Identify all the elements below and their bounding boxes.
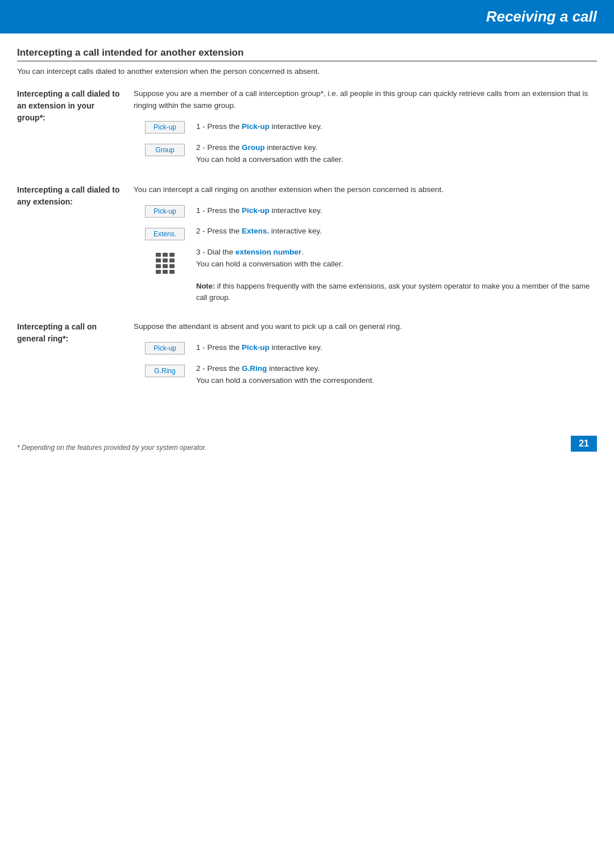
section-title: Intercepting a call intended for another…	[17, 47, 597, 61]
buttons-col-3: Pick-up G.Ring	[134, 341, 196, 387]
gring-button[interactable]: G.Ring	[145, 365, 185, 377]
steps-area-2: Pick-up Extens. 1 - Press the	[134, 204, 597, 303]
pickup-button-1[interactable]: Pick-up	[145, 121, 185, 133]
step-2-1: 1 - Press the Pick-up interactive key.	[196, 204, 597, 217]
block-label-3: Intercepting a call on general ring*:	[17, 321, 134, 387]
section-intro: You can intercept calls dialed to anothe…	[17, 67, 597, 76]
steps-col-1: 1 - Press the Pick-up interactive key. 2…	[196, 120, 597, 166]
block-any-extension: Intercepting a call dialed to any extens…	[17, 184, 597, 303]
page-title: Receiving a call	[486, 8, 597, 25]
group-button-1[interactable]: Group	[145, 144, 185, 156]
block-label-1: Intercepting a call dialed to an extensi…	[17, 88, 134, 166]
footer-area: * Depending on the features provided by …	[17, 421, 597, 452]
keypad-icon	[156, 253, 175, 274]
steps-col-3: 1 - Press the Pick-up interactive key. 2…	[196, 341, 597, 387]
block-desc-1: Suppose you are a member of a call inter…	[134, 88, 597, 112]
step-2-3: 3 - Dial the extension number.You can ho…	[196, 245, 597, 270]
block-row-3: Intercepting a call on general ring*: Su…	[17, 321, 597, 387]
buttons-col-1: Pick-up Group	[134, 120, 196, 166]
block-right-1: Suppose you are a member of a call inter…	[134, 88, 597, 166]
block-desc-3: Suppose the attendant is absent and you …	[134, 321, 597, 333]
page-content: Intercepting a call intended for another…	[0, 47, 614, 452]
step-2-note: Note: if this happens frequently with th…	[196, 281, 597, 303]
step-1-1: 1 - Press the Pick-up interactive key.	[196, 120, 597, 133]
step-1-2: 2 - Press the Group interactive key.You …	[196, 141, 597, 166]
page-number: 21	[571, 436, 597, 452]
steps-area-1: Pick-up Group 1 - Press the Pick-up inte…	[134, 120, 597, 166]
extens-button[interactable]: Extens.	[145, 228, 185, 240]
pickup-button-3[interactable]: Pick-up	[145, 342, 185, 354]
step-3-2: 2 - Press the G.Ring interactive key.You…	[196, 362, 597, 387]
steps-area-3: Pick-up G.Ring 1 - Press the Pick-up int…	[134, 341, 597, 387]
block-desc-2: You can intercept a call ringing on anot…	[134, 184, 597, 196]
block-group-intercept: Intercepting a call dialed to an extensi…	[17, 88, 597, 166]
buttons-col-2: Pick-up Extens.	[134, 204, 196, 303]
steps-col-2: 1 - Press the Pick-up interactive key. 2…	[196, 204, 597, 303]
footnote: * Depending on the features provided by …	[17, 444, 207, 452]
page-header: Receiving a call	[0, 0, 614, 34]
block-right-3: Suppose the attendant is absent and you …	[134, 321, 597, 387]
pickup-button-2[interactable]: Pick-up	[145, 205, 185, 218]
block-row-1: Intercepting a call dialed to an extensi…	[17, 88, 597, 166]
block-label-2: Intercepting a call dialed to any extens…	[17, 184, 134, 303]
block-right-2: You can intercept a call ringing on anot…	[134, 184, 597, 303]
step-2-2: 2 - Press the Extens. interactive key.	[196, 224, 597, 237]
step-3-1: 1 - Press the Pick-up interactive key.	[196, 341, 597, 354]
block-general-ring: Intercepting a call on general ring*: Su…	[17, 321, 597, 387]
block-row-2: Intercepting a call dialed to any extens…	[17, 184, 597, 303]
